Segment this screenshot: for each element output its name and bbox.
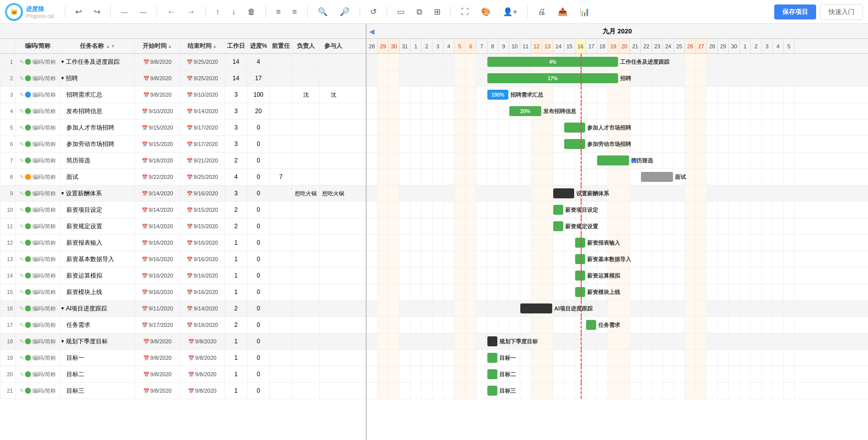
table-row[interactable]: 8 ✎ 编码/简称 面试 📅9/22/2020 📅9/25/2020 4 0 7 — [0, 169, 366, 185]
cell-start[interactable]: 📅9/14/2020 — [135, 218, 180, 234]
cell-end[interactable]: 📅9/17/2020 — [180, 120, 224, 136]
palette-button[interactable]: 🎨 — [477, 5, 495, 18]
delete-button[interactable]: 🗑 — [243, 5, 259, 18]
gantt-nav-left[interactable]: ◀ — [367, 24, 377, 38]
edit-icon[interactable]: ✎ — [19, 256, 24, 263]
cell-start[interactable]: 📅9/17/2020 — [135, 317, 180, 333]
export-button[interactable]: 📤 — [554, 5, 572, 18]
cell-start[interactable]: 📅9/16/2020 — [135, 235, 180, 251]
gantt-bar[interactable]: 薪资项目设定 — [553, 205, 563, 215]
edit-icon[interactable]: ✎ — [19, 157, 24, 164]
table-row[interactable]: 1 ✎ 编码/简称 ▼ 工作任务及进度跟踪 📅9/8/2020 📅9/25/20… — [0, 54, 366, 70]
cell-end[interactable]: 📅9/25/2020 — [180, 54, 224, 70]
edit-icon[interactable]: ✎ — [19, 338, 24, 345]
table-row[interactable]: 5 ✎ 编码/简称 参加人才市场招聘 📅9/15/2020 📅9/17/2020… — [0, 120, 366, 136]
cell-end[interactable]: 📅9/16/2020 — [180, 185, 224, 201]
cell-start[interactable]: 📅9/16/2020 — [135, 284, 180, 300]
cell-end[interactable]: 📅9/8/2020 — [180, 350, 224, 366]
table-row[interactable]: 7 ✎ 编码/简称 简历筛选 📅9/18/2020 📅9/21/2020 2 0 — [0, 152, 366, 169]
zoom-in-button[interactable]: 🔍 — [314, 5, 332, 18]
edit-icon[interactable]: ✎ — [19, 240, 24, 246]
gantt-bar[interactable]: 100%招聘需求汇总 — [487, 90, 508, 100]
undo-button[interactable]: ↩ — [71, 5, 86, 18]
table-row[interactable]: 20 ✎ 编码/简称 目标二 📅9/8/2020 📅9/8/2020 1 0 — [0, 366, 366, 383]
edit-icon[interactable]: ✎ — [19, 305, 24, 312]
cell-end[interactable]: 📅9/8/2020 — [180, 333, 224, 349]
cell-start[interactable]: 📅9/18/2020 — [135, 152, 180, 168]
table-row[interactable]: 11 ✎ 编码/简称 薪资规定设置 📅9/14/2020 📅9/15/2020 … — [0, 218, 366, 235]
edit-icon[interactable]: ✎ — [19, 108, 24, 115]
gantt-bar[interactable]: 薪资基本数据导入 — [575, 254, 585, 264]
edit-icon[interactable]: ✎ — [19, 371, 24, 378]
table-row[interactable]: 15 ✎ 编码/简称 薪资模块上线 📅9/16/2020 📅9/16/2020 … — [0, 284, 366, 300]
gantt-bar[interactable]: 薪资模块上线 — [575, 287, 585, 297]
align-left-button[interactable]: ≡ — [272, 5, 284, 18]
gantt-bar[interactable]: 目标三 — [487, 386, 497, 396]
cell-end[interactable]: 📅9/8/2020 — [180, 383, 224, 399]
cell-end[interactable]: 📅9/16/2020 — [180, 235, 224, 251]
cell-start[interactable]: 📅9/10/2020 — [135, 103, 180, 119]
move-down-button[interactable]: ↓ — [227, 5, 239, 18]
table-row[interactable]: 19 ✎ 编码/简称 目标一 📅9/8/2020 📅9/8/2020 1 0 — [0, 350, 366, 366]
gantt-bar[interactable]: 目标一 — [487, 353, 497, 363]
table-row[interactable]: 12 ✎ 编码/简称 薪资报表输入 📅9/16/2020 📅9/16/2020 … — [0, 235, 366, 251]
cell-start[interactable]: 📅9/22/2020 — [135, 169, 180, 185]
cell-start[interactable]: 📅9/8/2020 — [135, 333, 180, 349]
table-row[interactable]: 3 ✎ 编码/简称 招聘需求汇总 📅9/8/2020 📅9/10/2020 3 … — [0, 87, 366, 103]
cell-end[interactable]: 📅9/15/2020 — [180, 202, 224, 218]
gantt-bar[interactable]: 薪资运算模拟 — [575, 271, 585, 281]
gantt-bar[interactable]: 任务需求 — [586, 320, 596, 330]
table-row[interactable]: 10 ✎ 编码/简称 薪资项目设定 📅9/14/2020 📅9/15/2020 … — [0, 202, 366, 218]
cell-end[interactable]: 📅9/14/2020 — [180, 103, 224, 119]
cell-start[interactable]: 📅9/8/2020 — [135, 366, 180, 382]
edit-icon[interactable]: ✎ — [19, 322, 24, 328]
cell-start[interactable]: 📅9/15/2020 — [135, 136, 180, 152]
cell-end[interactable]: 📅9/15/2020 — [180, 218, 224, 234]
user-plus-button[interactable]: 👤+ — [499, 5, 521, 18]
gantt-bar[interactable]: 面试 — [641, 172, 673, 182]
gantt-bar[interactable]: 参加人才市场招聘 — [564, 123, 585, 133]
excel-button[interactable]: 📊 — [576, 5, 594, 18]
gantt-bar[interactable]: 20%发布招聘信息 — [509, 106, 541, 116]
refresh-button[interactable]: ↺ — [366, 5, 381, 18]
save-project-button[interactable]: 保存项目 — [774, 4, 816, 19]
line-button-2[interactable]: ⸻ — [136, 6, 151, 18]
gantt-bar[interactable]: 薪资报表输入 — [575, 238, 585, 248]
move-right-button[interactable]: → — [183, 5, 199, 18]
table-row[interactable]: 2 ✎ 编码/简称 ▼ 招聘 📅9/8/2020 📅9/25/2020 14 1… — [0, 70, 366, 87]
edit-icon[interactable]: ✎ — [19, 223, 24, 230]
gantt-bar[interactable]: 参加劳动市场招聘 — [564, 139, 585, 149]
view3-button[interactable]: ⊞ — [430, 5, 444, 18]
gantt-bar[interactable]: AI项目进度跟踪 — [520, 303, 552, 313]
fullscreen-button[interactable]: ⛶ — [457, 5, 473, 18]
cell-start[interactable]: 📅9/8/2020 — [135, 70, 180, 86]
view2-button[interactable]: ⧉ — [413, 5, 426, 18]
cell-end[interactable]: 📅9/16/2020 — [180, 251, 224, 267]
print-button[interactable]: 🖨 — [534, 5, 550, 18]
gantt-bar[interactable]: 薪资规定设置 — [553, 221, 563, 231]
edit-icon[interactable]: ✎ — [19, 355, 24, 361]
cell-start[interactable]: 📅9/16/2020 — [135, 268, 180, 284]
edit-icon[interactable]: ✎ — [19, 174, 24, 180]
edit-icon[interactable]: ✎ — [19, 388, 24, 394]
cell-start[interactable]: 📅9/14/2020 — [135, 185, 180, 201]
edit-icon[interactable]: ✎ — [19, 207, 24, 213]
edit-icon[interactable]: ✎ — [19, 59, 24, 65]
move-left-button[interactable]: ← — [163, 5, 179, 18]
cell-end[interactable]: 📅9/21/2020 — [180, 152, 224, 168]
cell-start[interactable]: 📅9/8/2020 — [135, 383, 180, 399]
redo-button[interactable]: ↪ — [90, 5, 104, 18]
gantt-bar[interactable]: 规划下季度目标 — [487, 336, 497, 346]
edit-icon[interactable]: ✎ — [19, 92, 24, 98]
cell-end[interactable]: 📅9/10/2020 — [180, 87, 224, 103]
gantt-bar[interactable]: 4%工作任务及进度跟踪 — [487, 57, 618, 67]
align-right-button[interactable]: ≡ — [288, 5, 301, 18]
table-row[interactable]: 21 ✎ 编码/简称 目标三 📅9/8/2020 📅9/8/2020 1 0 — [0, 383, 366, 399]
gantt-bar[interactable]: 目标二 — [487, 369, 497, 379]
cell-end[interactable]: 📅9/16/2020 — [180, 284, 224, 300]
move-up-button[interactable]: ↑ — [212, 5, 223, 18]
cell-start[interactable]: 📅9/16/2020 — [135, 251, 180, 267]
view1-button[interactable]: ▭ — [393, 5, 409, 18]
table-row[interactable]: 16 ✎ 编码/简称 ▼ AI项目进度跟踪 📅9/11/2020 📅9/14/2… — [0, 300, 366, 317]
cell-end[interactable]: 📅9/16/2020 — [180, 268, 224, 284]
